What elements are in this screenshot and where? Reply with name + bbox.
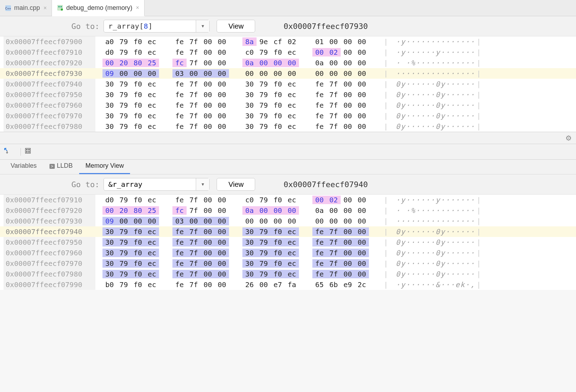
ascii-cell: 0y······0y······ [396,112,475,120]
hex-byte: 79 [117,90,131,99]
memory-row[interactable]: 0x00007ffeecf079603079f0ecfe7f00003079f0… [0,248,576,258]
calculator-icon[interactable] [24,147,31,156]
hex-byte: 80 [131,59,145,67]
hex-byte: 00 [201,280,215,289]
view-button[interactable]: View [217,20,255,32]
ascii-cell: 0y······0y······ [396,90,475,99]
address-cell: 0x00007ffeecf07940 [4,226,95,237]
hex-byte: 00 [341,101,355,109]
memory-row[interactable]: 0x00007ffeecf07910d079f0ecfe7f0000c079f0… [0,195,576,205]
hex-byte: 00 [285,206,299,215]
hex-byte: 02 [327,48,341,57]
memory-row[interactable]: 0x00007ffeecf079403079f0ecfe7f00003079f0… [0,79,576,89]
hex-bytes: 09000000030000000000000000000000 [95,69,382,78]
hex-byte: 00 [355,270,369,278]
hex-byte: fe [172,270,187,278]
hex-byte: 00 [355,217,369,225]
hex-byte: e7 [271,280,285,289]
hex-bytes: 09000000030000000000000000000000 [95,217,382,225]
hex-byte: 7f [187,112,201,120]
hex-byte: 00 [341,270,355,278]
memory-row[interactable]: 0x00007ffeecf079803079f0ecfe7f00003079f0… [0,269,576,279]
goto-input[interactable]: r_array[8] [104,20,196,32]
hex-byte: f0 [271,196,285,204]
memory-row[interactable]: 0x00007ffeecf079300900000003000000000000… [0,216,576,226]
hex-byte: ec [285,90,299,99]
hex-byte: 00 [215,59,229,67]
gear-icon[interactable]: ⚙ [565,134,572,142]
address-cell: 0x00007ffeecf07900 [4,36,95,47]
hex-byte: 00 [341,59,355,67]
memory-row[interactable]: 0x00007ffeecf079603079f0ecfe7f00003079f0… [0,100,576,111]
separator: | [477,90,481,99]
memory-row[interactable]: 0x00007ffeecf079503079f0ecfe7f00003079f0… [0,237,576,248]
memory-row[interactable]: 0x00007ffeecf079803079f0ecfe7f00003079f0… [0,121,576,132]
hex-byte: 00 [312,69,327,78]
goto-input-wrap: ▼ [104,178,210,191]
hex-byte: fe [172,196,187,204]
hex-byte: 00 [341,37,355,46]
hex-byte: 7f [187,101,201,109]
hex-byte: f0 [131,90,145,99]
tab-lldb[interactable]: >LLDB [43,159,79,174]
cpp-file-icon: C++ [5,5,11,11]
hex-bytes: a079f0ecfe7f00008a9ecf0201000000 [95,37,382,46]
memory-row[interactable]: 0x00007ffeecf07910d079f0ecfe7f0000c079f0… [0,47,576,58]
view-button[interactable]: View [217,178,255,191]
hex-byte: fe [172,48,187,57]
hex-byte: 00 [355,122,369,131]
hex-byte: f0 [131,238,145,247]
tab-debug-demo-memory[interactable]: debug_demo (memory) × [52,0,144,16]
tab-memory-view[interactable]: Memory View [79,159,130,174]
step-into-icon[interactable] [4,147,11,156]
memory-row[interactable]: 0x00007ffeecf0792000208025fc7f00000a0000… [0,58,576,68]
memory-row[interactable]: 0x00007ffeecf079503079f0ecfe7f00003079f0… [0,89,576,100]
memory-row[interactable]: 0x00007ffeecf07900a079f0ecfe7f00008a9ecf… [0,36,576,47]
address-cell: 0x00007ffeecf07940 [4,79,95,89]
hex-byte: 00 [215,90,229,99]
hex-byte: 00 [341,90,355,99]
separator: | [384,48,388,57]
close-icon[interactable]: × [136,5,139,11]
memory-row[interactable]: 0x00007ffeecf07990b079f0ecfe7f00002600e7… [0,279,576,290]
hex-byte: fe [172,90,187,99]
goto-dropdown[interactable]: ▼ [196,178,209,190]
separator: | [477,206,481,215]
hex-byte: fe [172,280,187,289]
hex-byte: ec [285,227,299,236]
memory-row[interactable]: 0x00007ffeecf079300900000003000000000000… [0,68,576,79]
memory-row[interactable]: 0x00007ffeecf079703079f0ecfe7f00003079f0… [0,111,576,121]
separator: | [477,259,481,268]
hex-byte: 00 [341,122,355,131]
svg-point-5 [61,8,63,11]
separator: | [384,196,388,204]
svg-rect-12 [28,151,30,153]
hex-byte: 09 [102,69,117,78]
tab-variables[interactable]: Variables [4,159,43,174]
hex-byte: 7f [187,259,201,268]
hex-byte: 7f [187,280,201,289]
hex-byte: 7f [187,206,201,215]
hex-bytes: 3079f0ecfe7f00003079f0ecfe7f0000 [95,238,382,247]
hex-byte: f0 [271,48,285,57]
memory-row[interactable]: 0x00007ffeecf079403079f0ecfe7f00003079f0… [0,226,576,237]
hex-byte: 00 [341,217,355,225]
hex-byte: ec [285,48,299,57]
memory-row[interactable]: 0x00007ffeecf0792000208025fc7f00000a0000… [0,205,576,216]
hex-byte: 79 [257,259,271,268]
hex-bytes: 3079f0ecfe7f00003079f0ecfe7f0000 [95,227,382,236]
hex-byte: 7f [327,90,341,99]
hex-byte: 03 [172,217,187,225]
hex-byte: 0a [312,206,327,215]
close-icon[interactable]: × [43,5,47,11]
memory-row[interactable]: 0x00007ffeecf079703079f0ecfe7f00003079f0… [0,258,576,269]
hex-byte: 7f [187,122,201,131]
ascii-cell: ·y······&···ek·, [396,280,475,289]
separator: | [384,69,388,78]
goto-dropdown[interactable]: ▼ [196,20,209,32]
separator: | [384,80,388,88]
tab-main-cpp[interactable]: C++ main.cpp × [0,0,52,16]
goto-input[interactable] [104,178,196,190]
hex-byte: 00 [215,270,229,278]
hex-byte: 25 [145,59,159,67]
